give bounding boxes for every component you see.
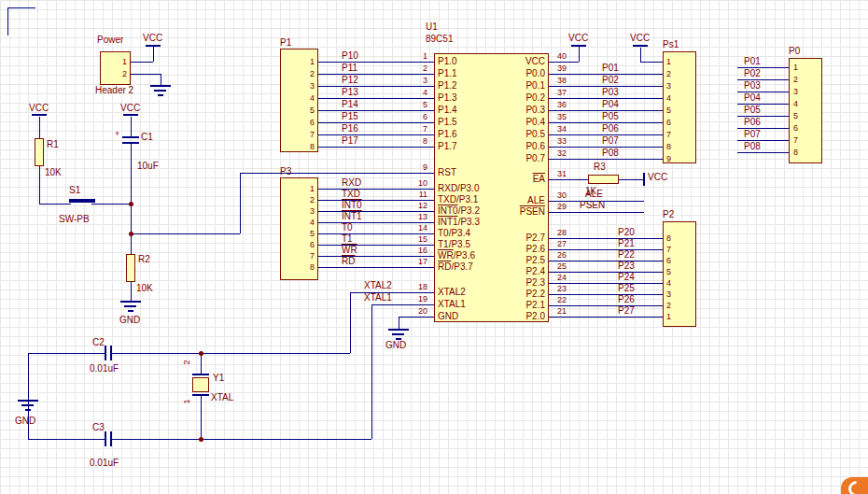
p1-pin-number-3: 3 bbox=[292, 81, 315, 91]
u1-pin-number-19: 19 bbox=[401, 294, 427, 303]
c3-value: 0.01uF bbox=[90, 459, 119, 468]
y1-pin-number-2: 2 bbox=[182, 360, 191, 364]
net-label-P24: P24 bbox=[618, 273, 635, 282]
u1-pin-number-6: 6 bbox=[401, 112, 427, 121]
p0-pin-number-7: 7 bbox=[793, 135, 798, 145]
ps1-pin-number-5: 5 bbox=[666, 106, 671, 115]
p2-pin-number-8: 8 bbox=[666, 233, 671, 243]
net-label-P26: P26 bbox=[618, 295, 635, 304]
net-label-T1: T1 bbox=[342, 234, 353, 244]
u1-pin-name-38: P0.1 bbox=[439, 81, 545, 91]
c3-designator: C3 bbox=[92, 423, 105, 432]
wire bbox=[39, 204, 71, 205]
u1-pin-number-25: 25 bbox=[557, 261, 567, 271]
net-label-P02: P02 bbox=[602, 76, 619, 85]
wire bbox=[318, 222, 434, 223]
u1-pin-number-26: 26 bbox=[557, 250, 567, 260]
net-label-P04: P04 bbox=[744, 93, 761, 103]
u1-pin-number-36: 36 bbox=[557, 100, 567, 109]
p2-pin-number-6: 6 bbox=[666, 256, 671, 265]
s1-designator: S1 bbox=[69, 186, 80, 195]
gnd-symbol bbox=[388, 329, 409, 331]
net-label-INT0: INT0 bbox=[342, 201, 362, 210]
c2-plate bbox=[110, 346, 112, 360]
gnd-symbol bbox=[25, 409, 31, 411]
u1-pin-number-17: 17 bbox=[401, 257, 427, 266]
p1-pin-number-1: 1 bbox=[292, 57, 315, 66]
p3-pin-number-8: 8 bbox=[292, 262, 315, 272]
r2-value: 10K bbox=[136, 284, 153, 293]
net-label-psen: PSEN bbox=[580, 201, 605, 210]
u1-pin-name-26: P2.5 bbox=[439, 256, 545, 265]
ps1-pin-number-3: 3 bbox=[666, 81, 671, 91]
r3-designator: R3 bbox=[594, 162, 606, 172]
net-label-ale: ALE bbox=[585, 190, 603, 199]
wire bbox=[318, 267, 434, 268]
ps1-pin-number-6: 6 bbox=[666, 118, 671, 127]
resistor-r3-body[interactable] bbox=[588, 175, 619, 184]
wire bbox=[28, 353, 29, 439]
vcc-label-c1: VCC bbox=[120, 104, 140, 113]
wire bbox=[737, 152, 789, 153]
p0-pin-number-2: 2 bbox=[793, 75, 798, 84]
wire bbox=[201, 353, 202, 374]
c1-value: 10uF bbox=[137, 162, 159, 171]
watermark-logo bbox=[841, 477, 868, 494]
p2-designator: P2 bbox=[663, 210, 674, 219]
power-pin-number-2: 2 bbox=[110, 69, 127, 78]
u1-pin-number-30: 30 bbox=[557, 191, 567, 200]
junction-dot bbox=[199, 437, 203, 442]
gnd-symbol bbox=[396, 338, 401, 340]
u1-pin-number-37: 37 bbox=[557, 88, 567, 97]
wire bbox=[371, 304, 372, 439]
wire bbox=[640, 48, 641, 62]
p1-pin-number-2: 2 bbox=[292, 69, 315, 78]
wire bbox=[39, 117, 40, 138]
u1-pin-number-29: 29 bbox=[557, 202, 567, 211]
wire bbox=[112, 353, 350, 354]
wire bbox=[549, 283, 663, 284]
gnd-label-r2: GND bbox=[119, 316, 140, 325]
wire bbox=[318, 110, 434, 111]
u1-pin-name-30: ALE bbox=[439, 196, 545, 205]
u1-pin-number-38: 38 bbox=[557, 76, 567, 85]
net-label-P05: P05 bbox=[744, 106, 761, 115]
wire bbox=[131, 233, 240, 234]
junction-dot bbox=[199, 351, 203, 356]
net-label-P21: P21 bbox=[618, 239, 635, 248]
net-label-P08: P08 bbox=[744, 142, 761, 151]
resistor-r2-body[interactable] bbox=[126, 254, 135, 282]
u1-pin-number-27: 27 bbox=[557, 239, 567, 248]
p0-pin-number-4: 4 bbox=[793, 99, 798, 108]
gnd-symbol bbox=[150, 85, 171, 87]
net-label-P07: P07 bbox=[602, 136, 619, 146]
ps1-pin-number-1: 1 bbox=[666, 57, 671, 66]
schematic-sheet: Power Header 2 1 2 VCC VCC R1 10K VCC + … bbox=[0, 0, 868, 494]
c2-value: 0.01uF bbox=[90, 364, 119, 374]
p3-pin-number-1: 1 bbox=[292, 184, 315, 193]
wire bbox=[28, 439, 105, 440]
wire bbox=[240, 173, 434, 174]
p2-pin-number-4: 4 bbox=[666, 278, 671, 288]
net-label-P11: P11 bbox=[342, 64, 357, 73]
u1-pin-number-39: 39 bbox=[557, 64, 567, 73]
s1-type: SW-PB bbox=[59, 215, 90, 224]
net-label-P25: P25 bbox=[618, 284, 635, 293]
vcc-label-u1: VCC bbox=[568, 34, 588, 43]
junction-dot bbox=[129, 202, 133, 206]
wire bbox=[318, 256, 434, 257]
wire bbox=[131, 74, 161, 75]
u1-pin-name-13: INT1/P3.3 bbox=[438, 218, 480, 227]
net-label-P03: P03 bbox=[602, 88, 619, 97]
u1-pin-number-3: 3 bbox=[401, 76, 427, 85]
u1-part-number: 89C51 bbox=[426, 35, 453, 44]
wire bbox=[201, 396, 202, 439]
resistor-r1-body[interactable] bbox=[35, 138, 44, 166]
wire bbox=[91, 204, 131, 205]
wire bbox=[549, 238, 663, 239]
crystal-y1-body[interactable] bbox=[192, 377, 209, 392]
vcc-power-symbol bbox=[32, 114, 47, 116]
u1-pin-number-5: 5 bbox=[401, 100, 427, 109]
c3-plate bbox=[105, 431, 106, 446]
u1-pin-number-32: 32 bbox=[557, 148, 567, 158]
